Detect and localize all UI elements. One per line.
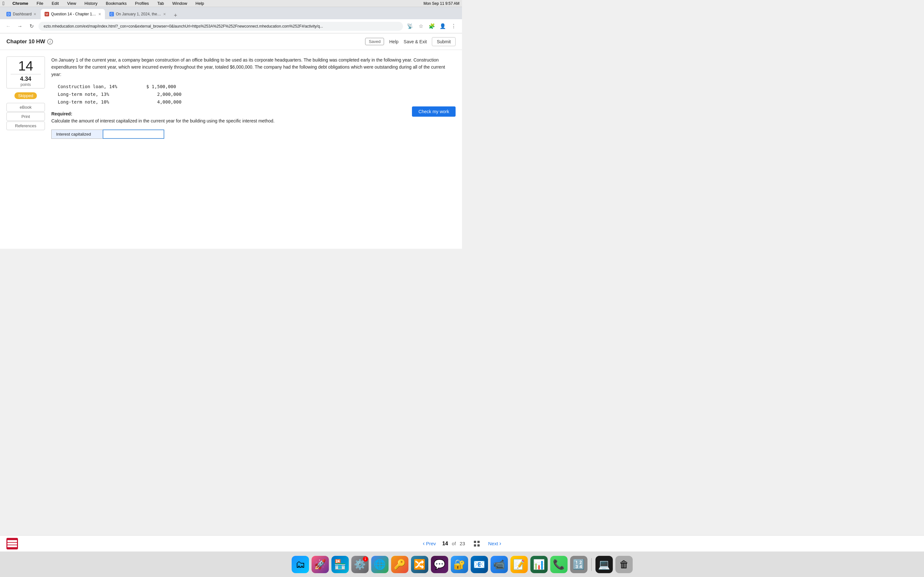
menubar-right: Mon Sep 11 9:57 AM bbox=[423, 1, 459, 6]
tab-title-dashboard: Dashboard bbox=[13, 12, 32, 16]
saved-badge: Saved bbox=[365, 38, 384, 45]
tab-bar: D Dashboard × M Question 14 - Chapter 10… bbox=[0, 7, 462, 19]
menu-help[interactable]: Help bbox=[194, 1, 206, 6]
debt-row-3: Long-term note, 10% 4,000,000 bbox=[58, 98, 456, 106]
menu-profiles[interactable]: Profiles bbox=[134, 1, 150, 6]
extension-icon[interactable]: 🧩 bbox=[427, 22, 436, 31]
main-wrapper: Check my work 14 4.34 points Skipped eBo… bbox=[0, 50, 462, 145]
save-exit-link[interactable]: Save & Exit bbox=[404, 39, 427, 44]
tab-title-question14: Question 14 - Chapter 10 HW bbox=[51, 12, 97, 16]
browser-frame: D Dashboard × M Question 14 - Chapter 10… bbox=[0, 7, 462, 33]
new-tab-button[interactable]: + bbox=[172, 11, 179, 19]
debt-row-2: Long-term note, 13% 2,000,000 bbox=[58, 91, 456, 98]
question-body: On January 1 of the current year, a comp… bbox=[51, 56, 456, 139]
sidebar-buttons: eBook Print References bbox=[6, 103, 45, 130]
tab-close-jan1[interactable]: × bbox=[163, 11, 166, 17]
required-text: Calculate the amount of interest capital… bbox=[51, 118, 456, 124]
submit-button[interactable]: Submit bbox=[432, 37, 456, 46]
points-value: 4.34 bbox=[20, 76, 31, 82]
interest-label: Interest capitalized bbox=[51, 129, 103, 139]
debt-amount-2: 2,000,000 bbox=[146, 91, 182, 98]
more-menu-icon[interactable]: ⋮ bbox=[449, 22, 458, 31]
interest-capitalized-input[interactable] bbox=[103, 129, 164, 139]
question-sidebar: 14 4.34 points Skipped eBook Print Refer… bbox=[6, 56, 45, 139]
debt-label-1: Construction loan, 14% bbox=[58, 83, 141, 91]
question-text: On January 1 of the current year, a comp… bbox=[51, 56, 456, 78]
question-number-box: 14 4.34 points bbox=[6, 56, 45, 89]
tab-favicon-question14: M bbox=[45, 12, 49, 16]
reload-button[interactable]: ↻ bbox=[27, 22, 36, 31]
menu-file[interactable]: File bbox=[35, 1, 45, 6]
interest-row: Interest capitalized bbox=[51, 129, 456, 139]
back-button[interactable]: ← bbox=[4, 22, 13, 31]
help-link[interactable]: Help bbox=[389, 39, 399, 44]
menu-app-name[interactable]: Chrome bbox=[11, 1, 30, 6]
menu-edit[interactable]: Edit bbox=[50, 1, 60, 6]
tab-question14[interactable]: M Question 14 - Chapter 10 HW × bbox=[41, 9, 105, 19]
debt-amount-1: $ 1,500,000 bbox=[146, 83, 176, 91]
debt-row-1: Construction loan, 14% $ 1,500,000 bbox=[58, 83, 456, 91]
menu-window[interactable]: Window bbox=[171, 1, 189, 6]
skipped-badge: Skipped bbox=[15, 92, 37, 99]
cast-icon[interactable]: 📡 bbox=[405, 22, 415, 31]
required-label: Required: bbox=[51, 111, 456, 116]
address-icons: 📡 ☆ 🧩 👤 ⋮ bbox=[405, 22, 458, 31]
references-button[interactable]: References bbox=[6, 121, 45, 130]
required-section: Required: Calculate the amount of intere… bbox=[51, 111, 456, 124]
app-header: Chapter 10 HW i Saved Help Save & Exit S… bbox=[0, 33, 462, 50]
points-label: points bbox=[21, 82, 31, 87]
info-icon[interactable]: i bbox=[47, 39, 53, 45]
tab-favicon-dashboard: D bbox=[6, 12, 11, 16]
main-area: 14 4.34 points Skipped eBook Print Refer… bbox=[0, 50, 462, 145]
apple-menu[interactable]:  bbox=[3, 1, 5, 6]
tab-dashboard[interactable]: D Dashboard × bbox=[3, 9, 40, 19]
tab-title-jan1: On January 1, 2024, the Marjle... bbox=[116, 12, 162, 16]
print-button[interactable]: Print bbox=[6, 112, 45, 121]
menu-bookmarks[interactable]: Bookmarks bbox=[104, 1, 128, 6]
check-work-button[interactable]: Check my work bbox=[412, 106, 456, 117]
ebook-button[interactable]: eBook bbox=[6, 103, 45, 111]
debt-table: Construction loan, 14% $ 1,500,000 Long-… bbox=[58, 83, 456, 106]
tab-close-dashboard[interactable]: × bbox=[34, 11, 36, 17]
tab-close-question14[interactable]: × bbox=[99, 11, 101, 17]
menu-history[interactable]: History bbox=[83, 1, 99, 6]
menu-time: Mon Sep 11 9:57 AM bbox=[423, 1, 459, 6]
address-bar: ← → ↻ 📡 ☆ 🧩 👤 ⋮ bbox=[0, 19, 462, 33]
tab-jan1[interactable]: C On January 1, 2024, the Marjle... × bbox=[105, 9, 170, 19]
chapter-title-text: Chapter 10 HW bbox=[6, 39, 45, 45]
menu-bar:  Chrome File Edit View History Bookmark… bbox=[0, 0, 462, 7]
chapter-title: Chapter 10 HW i bbox=[6, 39, 53, 45]
page-content: Chapter 10 HW i Saved Help Save & Exit S… bbox=[0, 33, 462, 249]
debt-label-3: Long-term note, 10% bbox=[58, 98, 141, 106]
forward-button[interactable]: → bbox=[15, 22, 24, 31]
profile-icon[interactable]: 👤 bbox=[438, 22, 447, 31]
debt-label-2: Long-term note, 13% bbox=[58, 91, 141, 98]
bookmark-star-icon[interactable]: ☆ bbox=[417, 22, 425, 31]
address-input[interactable] bbox=[39, 22, 403, 31]
debt-amount-3: 4,000,000 bbox=[146, 98, 182, 106]
tab-favicon-jan1: C bbox=[110, 12, 114, 16]
menu-view[interactable]: View bbox=[65, 1, 78, 6]
menu-tab[interactable]: Tab bbox=[156, 1, 166, 6]
question-number: 14 bbox=[18, 59, 33, 73]
answer-area: Interest capitalized bbox=[51, 129, 456, 139]
header-right: Saved Help Save & Exit Submit bbox=[365, 37, 456, 46]
